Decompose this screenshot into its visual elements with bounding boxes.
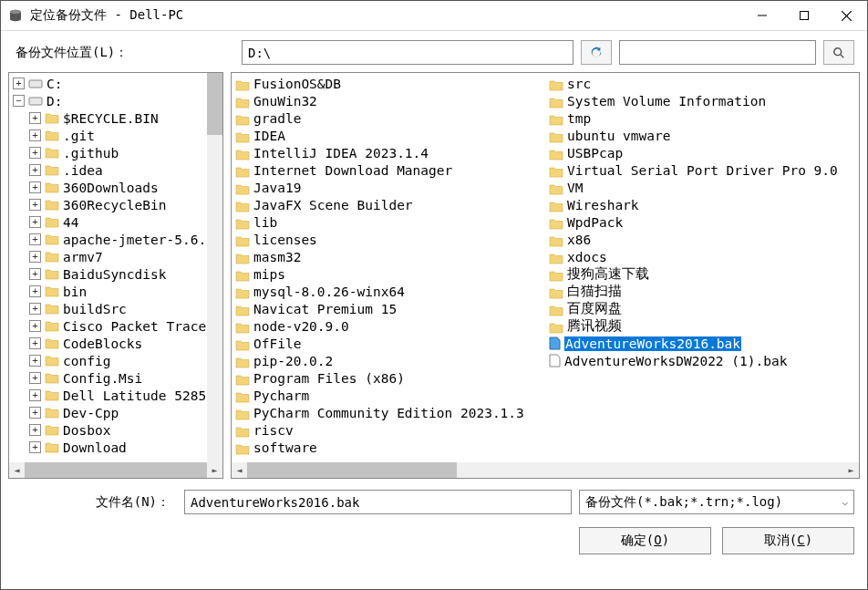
- tree-item[interactable]: +Dev-Cpp: [9, 404, 222, 421]
- location-input[interactable]: [242, 40, 574, 65]
- tree-item[interactable]: +360RecycleBin: [9, 196, 222, 213]
- list-item-file[interactable]: AdventureWorks2016.bak: [545, 335, 859, 352]
- expand-icon[interactable]: +: [29, 320, 41, 332]
- tree-hscrollbar[interactable]: ◄ ►: [9, 462, 222, 478]
- expand-icon[interactable]: +: [29, 285, 41, 297]
- list-item[interactable]: Java19: [232, 179, 545, 196]
- tree-item[interactable]: +$RECYCLE.BIN: [9, 109, 222, 127]
- expand-icon[interactable]: +: [29, 407, 41, 419]
- list-item[interactable]: PyCharm Community Edition 2023.1.3: [232, 404, 545, 421]
- expand-icon[interactable]: +: [29, 251, 41, 263]
- scroll-left-icon[interactable]: ◄: [232, 462, 247, 478]
- list-item[interactable]: src: [545, 75, 859, 92]
- expand-icon[interactable]: +: [29, 216, 41, 228]
- tree-item[interactable]: +buildSrc: [9, 300, 222, 317]
- tree-item[interactable]: +CodeBlocks: [9, 335, 222, 352]
- list-item[interactable]: USBPcap: [545, 144, 859, 161]
- tree-item-drive-c[interactable]: + C:: [9, 75, 222, 92]
- expand-icon[interactable]: +: [29, 303, 41, 315]
- ok-button[interactable]: 确定(O): [579, 527, 711, 554]
- tree-item[interactable]: +Download: [9, 439, 222, 456]
- search-input[interactable]: [619, 40, 816, 65]
- file-list[interactable]: FusionOS&DBGnuWin32gradleIDEAIntelliJ ID…: [232, 73, 859, 462]
- list-item[interactable]: 腾讯视频: [545, 317, 859, 335]
- tree-item[interactable]: +44: [9, 213, 222, 231]
- tree-item[interactable]: +bin: [9, 283, 222, 300]
- cancel-button[interactable]: 取消(C): [722, 527, 854, 554]
- list-item[interactable]: x86: [545, 231, 859, 248]
- collapse-icon[interactable]: −: [13, 95, 25, 107]
- minimize-button[interactable]: [741, 1, 783, 30]
- tree-item[interactable]: +Dosbox: [9, 421, 222, 439]
- tree-item[interactable]: +.github: [9, 144, 222, 161]
- list-item[interactable]: 百度网盘: [545, 300, 859, 317]
- expand-icon[interactable]: +: [29, 233, 41, 245]
- tree-item[interactable]: +apache-jmeter-5.6.: [9, 231, 222, 248]
- list-item[interactable]: xdocs: [545, 248, 859, 265]
- expand-icon[interactable]: +: [29, 355, 41, 367]
- list-item[interactable]: ubuntu vmware: [545, 127, 859, 144]
- tree-item-drive-d[interactable]: − D:: [9, 92, 222, 109]
- list-item[interactable]: licenses: [232, 231, 545, 248]
- list-item[interactable]: lib: [232, 213, 545, 231]
- expand-icon[interactable]: +: [13, 78, 25, 89]
- list-item[interactable]: software: [232, 439, 545, 456]
- folder-tree[interactable]: + C: − D: +$RECYCLE.BIN+.git+.github+.id…: [9, 73, 222, 462]
- list-item[interactable]: System Volume Information: [545, 92, 859, 109]
- expand-icon[interactable]: +: [29, 147, 41, 159]
- tree-item[interactable]: +.git: [9, 127, 222, 144]
- list-item[interactable]: riscv: [232, 421, 545, 439]
- tree-vscrollbar[interactable]: [207, 73, 222, 462]
- list-item[interactable]: Internet Download Manager: [232, 161, 545, 179]
- expand-icon[interactable]: +: [29, 112, 41, 124]
- expand-icon[interactable]: +: [29, 389, 41, 401]
- list-item[interactable]: VM: [545, 179, 859, 196]
- tree-item[interactable]: +BaiduSyncdisk: [9, 265, 222, 283]
- list-item[interactable]: Pycharm: [232, 387, 545, 404]
- list-item[interactable]: 白猫扫描: [545, 283, 859, 300]
- expand-icon[interactable]: +: [29, 164, 41, 176]
- list-item[interactable]: JavaFX Scene Builder: [232, 196, 545, 213]
- list-item[interactable]: Navicat Premium 15: [232, 300, 545, 317]
- tree-item[interactable]: +360Downloads: [9, 179, 222, 196]
- search-button[interactable]: [823, 40, 854, 65]
- expand-icon[interactable]: +: [29, 441, 41, 453]
- close-button[interactable]: [825, 1, 867, 30]
- list-item-file[interactable]: AdventureWorksDW2022 (1).bak: [545, 352, 859, 369]
- expand-icon[interactable]: +: [29, 199, 41, 211]
- list-item[interactable]: mysql-8.0.26-winx64: [232, 283, 545, 300]
- list-item[interactable]: IntelliJ IDEA 2023.1.4: [232, 144, 545, 161]
- scroll-right-icon[interactable]: ►: [843, 462, 859, 478]
- tree-item[interactable]: +.idea: [9, 161, 222, 179]
- list-item[interactable]: masm32: [232, 248, 545, 265]
- list-item[interactable]: pip-20.0.2: [232, 352, 545, 369]
- list-item[interactable]: gradle: [232, 109, 545, 127]
- list-item[interactable]: mips: [232, 265, 545, 283]
- list-item[interactable]: Program Files (x86): [232, 369, 545, 387]
- list-item[interactable]: IDEA: [232, 127, 545, 144]
- tree-item[interactable]: +armv7: [9, 248, 222, 265]
- file-type-filter[interactable]: 备份文件(*.bak;*.trn;*.log) ⌵: [579, 490, 854, 514]
- list-item[interactable]: node-v20.9.0: [232, 317, 545, 335]
- list-item[interactable]: OfFile: [232, 335, 545, 352]
- expand-icon[interactable]: +: [29, 181, 41, 193]
- list-item[interactable]: FusionOS&DB: [232, 75, 545, 92]
- list-hscrollbar[interactable]: ◄ ►: [232, 462, 859, 478]
- filename-input[interactable]: [184, 490, 572, 514]
- expand-icon[interactable]: +: [29, 129, 41, 141]
- maximize-button[interactable]: [783, 1, 825, 30]
- list-item[interactable]: WpdPack: [545, 213, 859, 231]
- list-item[interactable]: Virtual Serial Port Driver Pro 9.0: [545, 161, 859, 179]
- scroll-left-icon[interactable]: ◄: [9, 462, 25, 478]
- refresh-button[interactable]: [581, 40, 612, 65]
- list-item[interactable]: 搜狗高速下载: [545, 265, 859, 283]
- list-item[interactable]: GnuWin32: [232, 92, 545, 109]
- list-item[interactable]: tmp: [545, 109, 859, 127]
- scroll-right-icon[interactable]: ►: [207, 462, 222, 478]
- expand-icon[interactable]: +: [29, 268, 41, 280]
- tree-item[interactable]: +Config.Msi: [9, 369, 222, 387]
- list-item[interactable]: Wireshark: [545, 196, 859, 213]
- expand-icon[interactable]: +: [29, 424, 41, 436]
- expand-icon[interactable]: +: [29, 372, 41, 384]
- tree-item[interactable]: +config: [9, 352, 222, 369]
